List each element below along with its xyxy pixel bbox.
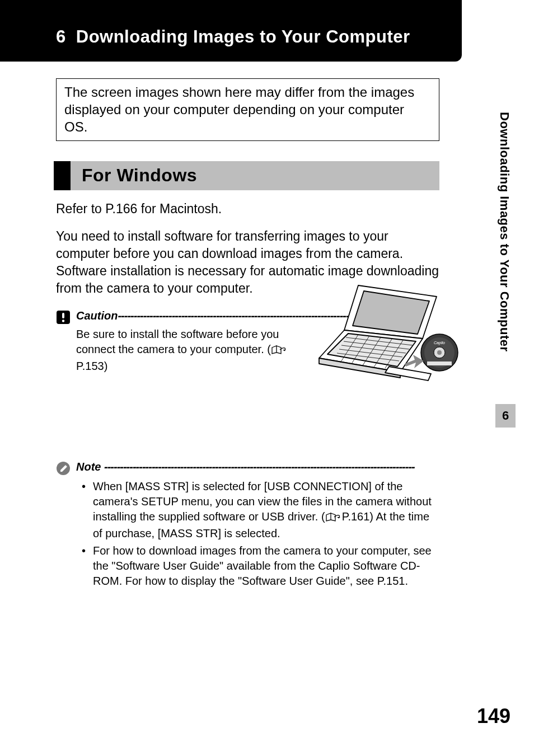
note-label: Note — [76, 461, 104, 473]
note-pencil-icon — [56, 461, 71, 476]
page-number: 149 — [477, 705, 510, 728]
section-heading-bar: For Windows — [54, 161, 439, 190]
svg-text:Caplio: Caplio — [434, 341, 445, 345]
note-list: When [MASS STR] is selected for [USB CON… — [56, 479, 439, 589]
side-chapter-number: 6 — [502, 408, 509, 423]
list-item: For how to download images from the came… — [85, 543, 439, 589]
paragraph-refer-mac: Refer to P.166 for Macintosh. — [56, 200, 439, 218]
caution-exclamation-icon — [56, 310, 71, 325]
svg-rect-1 — [62, 313, 64, 318]
section-title: For Windows — [82, 165, 197, 186]
chapter-header-text: 6Downloading Images to Your Computer — [56, 27, 410, 46]
page-ref-icon — [325, 511, 342, 526]
side-chapter-indicator: 6 — [495, 404, 516, 428]
note-dashes: ----------------------------------------… — [104, 461, 415, 473]
side-tab-label: Downloading Images to Your Computer — [497, 112, 512, 352]
chapter-header: 6Downloading Images to Your Computer — [0, 0, 462, 62]
notice-box: The screen images shown here may differ … — [56, 78, 439, 141]
chapter-title: Downloading Images to Your Computer — [76, 27, 410, 46]
caution-body: Be sure to install the software before y… — [56, 327, 313, 374]
caution-page-ref: P.153) — [76, 360, 107, 372]
svg-rect-17 — [427, 361, 452, 365]
page-ref-icon — [271, 344, 288, 359]
svg-point-16 — [437, 350, 442, 355]
note-heading: Note -----------------------------------… — [76, 461, 415, 473]
note-block: Note -----------------------------------… — [56, 461, 439, 589]
list-item: When [MASS STR] is selected for [USB CON… — [85, 479, 439, 541]
notice-text: The screen images shown here may differ … — [64, 84, 414, 134]
chapter-number: 6 — [56, 27, 66, 46]
laptop-cd-illustration: Caplio — [313, 280, 462, 386]
caution-text-1: Be sure to install the software before y… — [76, 328, 279, 355]
svg-point-2 — [62, 320, 64, 322]
note-item-2-text: For how to download images from the came… — [93, 544, 432, 587]
content-area: The screen images shown here may differ … — [0, 62, 462, 589]
caution-label: Caution — [76, 309, 118, 322]
